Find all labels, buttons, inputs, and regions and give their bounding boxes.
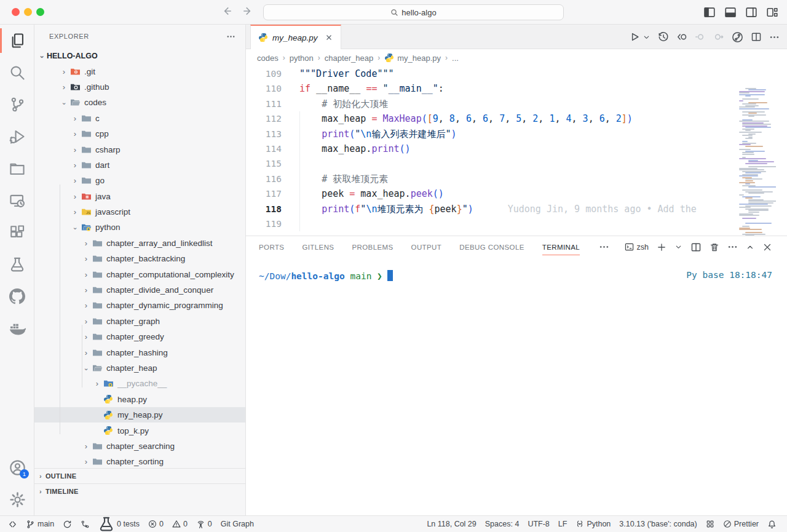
tree-item--github[interactable]: ›.github <box>34 79 245 95</box>
command-center-search[interactable]: hello-algo <box>263 4 564 20</box>
breadcrumb-item--[interactable]: ... <box>452 54 459 63</box>
tree-item-python[interactable]: ⌄python <box>34 220 245 235</box>
status-cursor-position[interactable]: Ln 118, Col 29 <box>422 517 480 531</box>
panel-tab-ports[interactable]: PORTS <box>259 236 284 258</box>
panel-tab-terminal[interactable]: TERMINAL <box>542 236 580 258</box>
activity-bar-explorer[interactable] <box>0 25 34 57</box>
close-icon[interactable] <box>762 242 772 252</box>
status-git-branch[interactable]: main <box>22 517 58 531</box>
git-graph-circle-icon[interactable] <box>732 31 743 43</box>
explorer-more-actions-icon[interactable] <box>226 32 235 41</box>
panel-tab-problems[interactable]: PROBLEMS <box>352 236 393 258</box>
breadcrumb-item-codes[interactable]: codes <box>257 54 279 63</box>
tree-item-go[interactable]: ›go <box>34 173 245 188</box>
status-tests[interactable]: 0 tests <box>94 517 144 531</box>
ellipsis-icon[interactable] <box>727 242 738 252</box>
tree-item-chapter-sorting[interactable]: ›chapter_sorting <box>34 454 245 469</box>
tree-root-hello-algo[interactable]: ⌄HELLO-ALGO <box>34 48 245 63</box>
activity-bar-testing[interactable] <box>0 248 34 280</box>
tree-item-java[interactable]: ›java <box>34 189 245 204</box>
status-git-sync[interactable] <box>58 517 76 531</box>
tree-item-chapter-backtracking[interactable]: ›chapter_backtracking <box>34 251 245 266</box>
activity-bar-accounts[interactable]: 1 <box>0 451 34 483</box>
status-python-interpreter[interactable]: 3.10.13 ('base': conda) <box>615 517 701 531</box>
status-language-mode[interactable]: Python <box>571 517 615 531</box>
activity-bar-github[interactable] <box>0 280 34 312</box>
code-editor[interactable]: 109"""Driver Code"""110if __name__ == "_… <box>246 66 787 236</box>
ellipsis-icon[interactable] <box>769 32 780 42</box>
activity-bar-run-debug[interactable] <box>0 121 34 153</box>
status-warnings[interactable]: 0 <box>168 517 192 531</box>
activity-bar-source-control[interactable] <box>0 89 34 121</box>
tree-item-chapter-divide-and-conquer[interactable]: ›chapter_divide_and_conquer <box>34 282 245 298</box>
run-icon[interactable] <box>629 31 640 42</box>
overview-ruler[interactable] <box>776 66 787 236</box>
minimize-window-button[interactable] <box>24 8 32 16</box>
activity-bar-extensions[interactable] <box>0 216 34 248</box>
tree-item-cpp[interactable]: ›cpp <box>34 126 245 141</box>
tree-item-chapter-heap[interactable]: ⌄chapter_heap <box>34 360 245 376</box>
history-icon[interactable] <box>658 31 669 42</box>
panel-tabs-more-icon[interactable] <box>599 242 609 252</box>
plus-icon[interactable] <box>657 242 666 252</box>
tree-item-codes[interactable]: ⌄codes <box>34 95 245 110</box>
tree-item-chapter-array-and-linkedlist[interactable]: ›chapter_array_and_linkedlist <box>34 236 245 251</box>
status-encoding[interactable]: UTF-8 <box>523 517 553 531</box>
activity-bar-docker[interactable] <box>0 312 34 344</box>
terminal-content[interactable]: ~/Dow/hello-algo main ❯ Py base 18:18:47 <box>259 270 772 281</box>
status-prettier[interactable]: Prettier <box>719 517 763 531</box>
tree-item-chapter-graph[interactable]: ›chapter_graph <box>34 314 245 329</box>
activity-bar-settings[interactable] <box>0 483 34 515</box>
status-git-graph-button[interactable] <box>76 517 94 531</box>
tree-item-top-k-py[interactable]: top_k.py <box>34 423 245 438</box>
activity-bar-project-manager[interactable] <box>0 153 34 185</box>
tree-item--pycache-[interactable]: ›__pycache__ <box>34 376 245 391</box>
chevron-down-icon[interactable] <box>674 243 682 251</box>
activity-bar-remote-explorer[interactable] <box>0 185 34 216</box>
tree-item-dart[interactable]: ›dart <box>34 157 245 173</box>
trash-icon[interactable] <box>710 242 719 252</box>
sidebar-section-outline[interactable]: ›OUTLINE <box>34 468 245 483</box>
breadcrumb-item-my-heap-py[interactable]: my_heap.py <box>384 53 441 63</box>
close-tab-icon[interactable] <box>325 33 333 42</box>
tree-item-javascript[interactable]: ›JSjavascript <box>34 204 245 220</box>
tree-item-chapter-computational-complexity[interactable]: ›chapter_computational_complexity <box>34 266 245 282</box>
close-window-button[interactable] <box>12 8 20 16</box>
panel-tab-gitlens[interactable]: GITLENS <box>302 236 334 258</box>
layout-panel-icon[interactable] <box>724 6 737 18</box>
tree-item-my-heap-py[interactable]: my_heap.py <box>34 407 245 423</box>
layout-sidebar-right-icon[interactable] <box>745 6 757 18</box>
status-errors[interactable]: 0 <box>144 517 168 531</box>
status-git-graph-label[interactable]: Git Graph <box>216 517 258 531</box>
terminal-instance-zsh[interactable]: zsh <box>625 242 649 252</box>
tree-item--git[interactable]: ›.git <box>34 63 245 79</box>
circle-arrow-icon[interactable] <box>713 31 724 42</box>
split-editor-icon[interactable] <box>751 31 762 42</box>
sidebar-section-timeline[interactable]: ›TIMELINE <box>34 483 245 499</box>
panel-tab-output[interactable]: OUTPUT <box>411 236 442 258</box>
forward-icon[interactable] <box>242 6 253 17</box>
status-extension-status[interactable] <box>702 517 719 531</box>
tree-item-chapter-hashing[interactable]: ›chapter_hashing <box>34 344 245 360</box>
chevron-up-icon[interactable] <box>746 243 754 252</box>
status-notifications[interactable] <box>763 517 781 531</box>
activity-bar-search[interactable] <box>0 57 34 89</box>
layout-sidebar-left-icon[interactable] <box>703 6 716 18</box>
maximize-window-button[interactable] <box>36 8 44 16</box>
minimap[interactable] <box>738 86 776 236</box>
split-editor-icon[interactable] <box>690 242 702 253</box>
tree-item-chapter-dynamic-programming[interactable]: ›chapter_dynamic_programming <box>34 298 245 313</box>
tree-item-csharp[interactable]: ›csharp <box>34 141 245 157</box>
compare-prev-icon[interactable] <box>676 31 687 42</box>
tree-item-heap-py[interactable]: heap.py <box>34 392 245 407</box>
breadcrumb-item-python[interactable]: python <box>290 54 314 63</box>
chevron-down-icon[interactable] <box>643 33 651 41</box>
status-ports[interactable]: 0 <box>192 517 216 531</box>
breadcrumb-item-chapter-heap[interactable]: chapter_heap <box>325 54 374 63</box>
status-eol[interactable]: LF <box>554 517 572 531</box>
layout-customize-icon[interactable] <box>765 6 778 18</box>
tree-item-chapter-searching[interactable]: ›chapter_searching <box>34 439 245 454</box>
tab-my-heap[interactable]: my_heap.py <box>250 25 341 49</box>
tree-item-c[interactable]: ›c <box>34 111 245 126</box>
tree-item-chapter-greedy[interactable]: ›chapter_greedy <box>34 329 245 344</box>
